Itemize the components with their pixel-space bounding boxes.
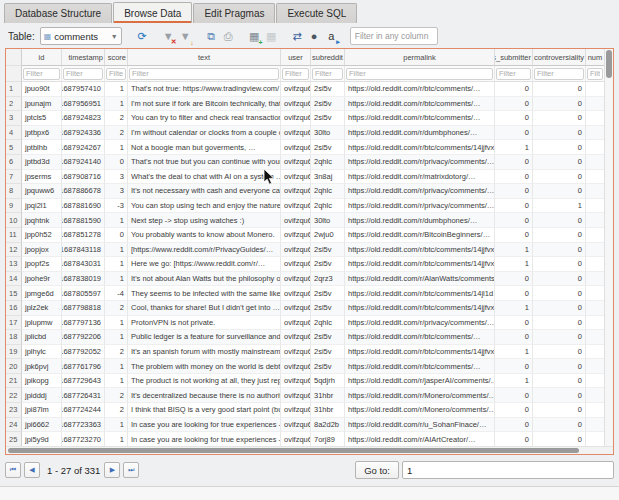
cell-score[interactable]: 1 (105, 272, 128, 287)
column-header-text[interactable]: text (128, 49, 281, 66)
cell-is_submitter[interactable]: 0 (495, 228, 533, 243)
cell-num[interactable] (586, 228, 604, 243)
cell-timestamp[interactable]: 1687838019 (62, 272, 105, 287)
tab-execute-sql[interactable]: Execute SQL (276, 3, 357, 23)
vertical-scrollbar[interactable] (604, 49, 613, 446)
cell-is_submitter[interactable]: 1 (495, 257, 533, 272)
cell-timestamp[interactable]: 1687908716 (62, 170, 105, 185)
cell-user[interactable]: ovifzqu6 (281, 257, 311, 272)
cell-is_submitter[interactable]: 0 (495, 155, 533, 170)
cell-is_submitter[interactable]: 1 (495, 345, 533, 360)
cell-permalink[interactable]: https://old.reddit.com/r/btc/comments/14… (345, 286, 495, 301)
find-replace-icon[interactable]: ⇄ (289, 28, 306, 45)
cell-user[interactable]: ovifzqu6 (281, 213, 311, 228)
column-filter-input-timestamp[interactable] (63, 68, 103, 80)
cell-user[interactable]: ovifzqu6 (281, 388, 311, 403)
row-number[interactable]: 20 (6, 359, 22, 374)
cell-subreddit[interactable]: 2si5v (311, 111, 345, 126)
cell-id[interactable]: jpmge6d (22, 286, 62, 301)
row-number[interactable]: 3 (6, 111, 22, 126)
cell-timestamp[interactable]: 1687792052 (62, 345, 105, 360)
cell-user[interactable]: ovifzqu6 (281, 243, 311, 258)
cell-id[interactable]: jplicbd (22, 330, 62, 345)
cell-user[interactable]: ovifzqu6 (281, 374, 311, 389)
cell-user[interactable]: ovifzqu6 (281, 316, 311, 331)
cell-user[interactable]: ovifzqu6 (281, 345, 311, 360)
cell-id[interactable]: jptcls5 (22, 111, 62, 126)
cell-text[interactable]: They seems to be infected with the same … (128, 286, 281, 301)
cell-score[interactable]: 1 (105, 257, 128, 272)
row-number[interactable]: 13 (6, 257, 22, 272)
cell-subreddit[interactable]: 2si5v (311, 359, 345, 374)
cell-controversiality[interactable]: 1 (533, 199, 586, 214)
cell-controversiality[interactable]: 0 (533, 228, 586, 243)
cell-is_submitter[interactable]: 1 (495, 374, 533, 389)
row-number[interactable]: 8 (6, 184, 22, 199)
cell-user[interactable]: ovifzqu6 (281, 140, 311, 155)
cell-permalink[interactable]: https://old.reddit.com/r/btc/comments/… (345, 97, 495, 112)
filter-save-icon[interactable]: ▼↓ (177, 28, 194, 45)
cell-is_submitter[interactable]: 0 (495, 82, 533, 97)
column-filter-input-subreddit[interactable] (312, 68, 343, 80)
cell-num[interactable] (586, 374, 604, 389)
cell-id[interactable]: jplz2ek (22, 301, 62, 316)
column-header-score[interactable]: score (105, 49, 128, 66)
cell-user[interactable]: ovifzqu6 (281, 170, 311, 185)
cell-user[interactable]: ovifzqu6 (281, 199, 311, 214)
cell-text[interactable]: You probably wants to know about Monero. (128, 228, 281, 243)
cell-is_submitter[interactable]: 0 (495, 184, 533, 199)
column-filter-input-user[interactable] (282, 68, 309, 80)
cell-user[interactable]: ovifzqu6 (281, 228, 311, 243)
cell-controversiality[interactable]: 0 (533, 170, 586, 185)
cell-text[interactable]: It's decentralized because there is no a… (128, 388, 281, 403)
cell-text[interactable]: Not a boogie man but goverments, … (128, 140, 281, 155)
cell-timestamp[interactable]: 1687723270 (62, 432, 105, 446)
cell-permalink[interactable]: https://old.reddit.com/r/btc/comments/14… (345, 140, 495, 155)
edit-value-icon[interactable]: a▸ (323, 28, 340, 45)
cell-user[interactable]: ovifzqu6 (281, 418, 311, 433)
cell-num[interactable] (586, 272, 604, 287)
cell-num[interactable] (586, 155, 604, 170)
delete-record-icon[interactable]: ▦ (263, 28, 280, 45)
cell-score[interactable]: 2 (105, 403, 128, 418)
cell-subreddit[interactable]: 2si5v (311, 243, 345, 258)
cell-id[interactable]: jpikopg (22, 374, 62, 389)
refresh-icon[interactable]: ⟳ (134, 28, 151, 45)
cell-is_submitter[interactable]: 0 (495, 199, 533, 214)
cell-permalink[interactable]: https://old.reddit.com/r/privacy/comment… (345, 316, 495, 331)
cell-text[interactable]: Cool, thanks for share! But I didn't get… (128, 301, 281, 316)
cell-permalink[interactable]: https://old.reddit.com/r/btc/comments/14… (345, 243, 495, 258)
goto-button[interactable]: Go to: (355, 461, 399, 479)
cell-is_submitter[interactable]: 0 (495, 316, 533, 331)
cell-permalink[interactable]: https://old.reddit.com/r/btc/comments/14… (345, 257, 495, 272)
cell-controversiality[interactable]: 0 (533, 345, 586, 360)
cell-timestamp[interactable]: 1687924267 (62, 140, 105, 155)
cell-user[interactable]: ovifzqu6 (281, 286, 311, 301)
cell-id[interactable]: jpquww6 (22, 184, 62, 199)
column-header-is_submitter[interactable]: is_submitter (495, 49, 533, 66)
cell-controversiality[interactable]: 0 (533, 97, 586, 112)
cell-id[interactable]: jpopjox (22, 243, 62, 258)
row-number[interactable]: 6 (6, 155, 22, 170)
cell-num[interactable] (586, 257, 604, 272)
cell-subreddit[interactable]: 31hbr (311, 403, 345, 418)
column-header-subreddit[interactable]: subreddit (311, 49, 345, 66)
cell-score[interactable]: 0 (105, 228, 128, 243)
row-number[interactable]: 2 (6, 97, 22, 112)
cell-timestamp[interactable]: 1687924336 (62, 126, 105, 141)
cell-text[interactable]: Public ledger is a feature for surveilla… (128, 330, 281, 345)
cell-text[interactable]: You can stop using tech and enjoy the na… (128, 199, 281, 214)
cell-timestamp[interactable]: 1687805597 (62, 286, 105, 301)
cell-subreddit[interactable]: 3n8aj (311, 170, 345, 185)
cell-controversiality[interactable]: 0 (533, 374, 586, 389)
cell-subreddit[interactable]: 30lto (311, 213, 345, 228)
column-filter-input-id[interactable] (23, 68, 60, 80)
cell-text[interactable]: [https://www.reddit.com/r/PrivacyGuides/… (128, 243, 281, 258)
cell-user[interactable]: ovifzqu6 (281, 403, 311, 418)
last-page-button[interactable]: ⏭ (123, 462, 139, 478)
cell-timestamp[interactable]: 1687729643 (62, 374, 105, 389)
cell-controversiality[interactable]: 0 (533, 388, 586, 403)
cell-permalink[interactable]: https://old.reddit.com/r/btc/comments/… (345, 82, 495, 97)
globe-icon[interactable]: ● (306, 28, 323, 45)
cell-subreddit[interactable]: 2si5v (311, 140, 345, 155)
